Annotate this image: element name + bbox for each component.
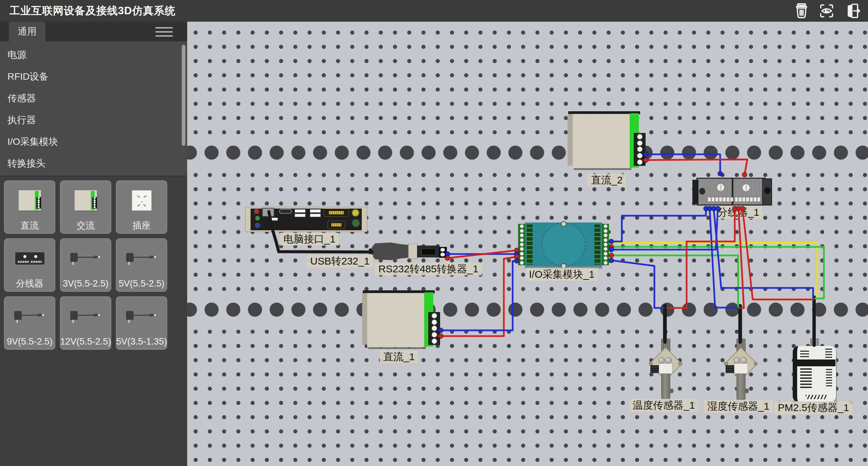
component-palette: 直流交流插座分线器3V(5.5-2.5)5V(5.5-2.5)9V(5.5-2.… <box>0 176 187 466</box>
wire-red-18 <box>667 209 735 308</box>
sidebar-item-5[interactable]: 转换接头 <box>0 153 187 174</box>
device-label-hum-sensor-1: 湿度传感器_1 <box>704 400 773 413</box>
device-temp-sensor-1[interactable] <box>644 322 688 405</box>
wire-red-7 <box>448 250 517 258</box>
tab-general[interactable]: 通用 <box>9 22 45 41</box>
device-io-module-1[interactable] <box>518 221 609 268</box>
wire-green-11 <box>612 247 824 298</box>
simulation-canvas[interactable]: 直流_2电脑接口_1USB转232_1RS232转485转换器_1I/O采集模块… <box>187 22 868 466</box>
palette-card-6[interactable]: 9V(5.5-2.5) <box>4 296 55 350</box>
palette-card-label: 9V(5.5-2.5) <box>7 336 53 347</box>
component-sidebar: 通用 电源RFID设备传感器执行器I/O采集模块转换接头 直流交流插座分线器3V… <box>0 22 187 466</box>
menu-icon[interactable] <box>155 27 173 37</box>
view-focus-icon[interactable] <box>818 2 835 20</box>
power-adapter-thumb-icon <box>13 310 47 323</box>
device-label-dc-1: 直流_1 <box>380 350 418 363</box>
palette-card-3[interactable]: 分线器 <box>4 238 55 292</box>
palette-card-label: 3V(5.5-2.5) <box>63 278 108 289</box>
connector-dot-4 <box>704 206 708 211</box>
socket-thumb-icon <box>132 190 152 211</box>
device-label-temp-sensor-1: 温度传感器_1 <box>629 399 698 412</box>
palette-card-5[interactable]: 5V(5.5-2.5) <box>116 238 167 292</box>
device-label-dc-2: 直流_2 <box>588 174 626 187</box>
connector-dot-5 <box>707 206 712 211</box>
wire-blue-13 <box>612 209 706 241</box>
connector-dot-13 <box>609 247 614 252</box>
exit-icon[interactable] <box>843 2 861 20</box>
toolbar-icons <box>793 2 861 20</box>
wire-red-20 <box>743 209 813 299</box>
dc-psu-thumb-icon <box>19 190 41 211</box>
palette-card-label: 插座 <box>133 220 151 231</box>
device-splitter-1[interactable] <box>692 176 772 207</box>
top-bar: 工业互联网设备及接线3D仿真系统 <box>0 0 868 22</box>
device-label-rs232-485-1: RS232转485转换器_1 <box>375 263 482 275</box>
sidebar-item-0[interactable]: 电源 <box>0 44 187 66</box>
device-rs232-485-1[interactable] <box>372 241 447 261</box>
connector-dot-11 <box>609 239 614 244</box>
sidebar-item-4[interactable]: I/O采集模块 <box>0 131 187 153</box>
wire-blue-16 <box>714 209 813 298</box>
trash-icon[interactable] <box>793 2 810 20</box>
power-adapter-thumb-icon <box>69 310 103 323</box>
palette-card-label: 交流 <box>77 220 95 231</box>
device-label-usb-232-1: USB转232_1 <box>307 255 373 268</box>
page-title: 工业互联网设备及接线3D仿真系统 <box>9 4 176 18</box>
sidebar-item-1[interactable]: RFID设备 <box>0 66 187 88</box>
wire-yellow-10 <box>612 243 817 298</box>
dc-psu-thumb-icon <box>75 190 97 211</box>
wire-blue-14 <box>612 209 718 250</box>
sidebar-item-2[interactable]: 传感器 <box>0 88 187 109</box>
sidebar-scrollbar[interactable] <box>182 45 185 146</box>
sidebar-item-3[interactable]: 执行器 <box>0 109 187 131</box>
power-adapter-thumb-icon <box>125 310 159 323</box>
splitter-thumb-icon <box>15 252 44 265</box>
device-label-pm25-sensor-1: PM2.5传感器_1 <box>774 401 852 414</box>
pegboard-hole-band <box>187 294 868 325</box>
device-hum-sensor-1[interactable] <box>719 322 763 405</box>
power-adapter-thumb-icon <box>69 252 103 265</box>
device-pc-port-1[interactable] <box>245 207 367 232</box>
category-menu: 电源RFID设备传感器执行器I/O采集模块转换接头 <box>0 44 187 174</box>
palette-card-label: 分线器 <box>16 278 43 289</box>
palette-card-label: 12V(5.5-2.5) <box>60 336 111 347</box>
palette-card-label: 直流 <box>21 220 39 231</box>
power-adapter-thumb-icon <box>125 252 159 265</box>
palette-card-4[interactable]: 3V(5.5-2.5) <box>60 238 111 292</box>
device-dc-1[interactable] <box>362 290 439 350</box>
palette-card-1[interactable]: 交流 <box>60 180 111 234</box>
wire-red-19 <box>738 209 744 308</box>
connector-dot-2 <box>718 171 723 176</box>
device-label-pc-port-1: 电脑接口_1 <box>280 233 339 246</box>
palette-card-label: 5V(3.5-1.35) <box>116 336 167 347</box>
device-label-splitter-1: 分线器_1 <box>714 206 763 219</box>
device-label-io-module-1: I/O采集模块_1 <box>526 268 598 281</box>
palette-card-7[interactable]: 12V(5.5-2.5) <box>60 296 111 350</box>
connector-dot-12 <box>609 245 614 249</box>
palette-card-2[interactable]: 插座 <box>116 180 167 234</box>
device-dc-2[interactable] <box>568 111 644 171</box>
palette-card-label: 5V(5.5-2.5) <box>119 278 164 289</box>
palette-card-8[interactable]: 5V(3.5-1.35) <box>116 296 167 350</box>
device-pm25-sensor-1[interactable] <box>793 343 837 403</box>
connector-dot-15 <box>609 258 614 263</box>
sidebar-header: 通用 <box>0 22 187 41</box>
wire-blue-15 <box>710 209 737 308</box>
connector-dot-14 <box>609 253 614 258</box>
app-window: 工业互联网设备及接线3D仿真系统 通用 <box>0 0 868 466</box>
pegboard-hole-band <box>187 137 868 168</box>
palette-card-0[interactable]: 直流 <box>4 180 55 234</box>
